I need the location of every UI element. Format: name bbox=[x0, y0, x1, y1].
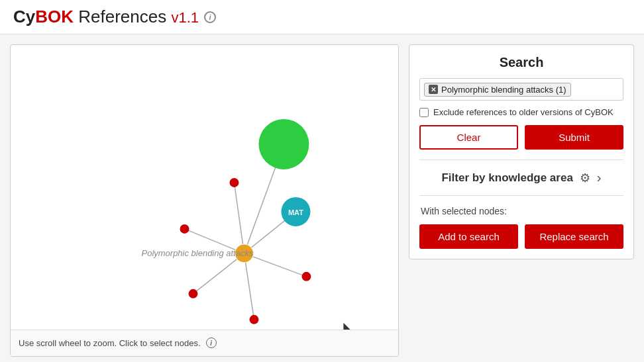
clear-button[interactable]: Clear bbox=[419, 125, 518, 150]
filter-label: Filter by knowledge area bbox=[441, 171, 572, 185]
filter-settings-icon[interactable]: ⚙ bbox=[580, 171, 590, 185]
checkbox-label: Exclude references to older versions of … bbox=[433, 107, 614, 117]
graph-footer: Use scroll wheel to zoom. Click to selec… bbox=[11, 330, 398, 356]
svg-line-5 bbox=[244, 253, 254, 320]
center-node-label: Polymorphic blending attacks bbox=[142, 248, 254, 258]
app-title: CyBOK References v1.1 bbox=[13, 7, 199, 27]
search-tag-text: Polymorphic blending attacks (1) bbox=[441, 85, 566, 95]
mat-label: MAT bbox=[288, 208, 303, 216]
search-tag-row: ✕ Polymorphic blending attacks (1) bbox=[419, 78, 623, 101]
satellite-node-5[interactable] bbox=[229, 178, 239, 187]
satellite-node-1[interactable] bbox=[180, 224, 189, 234]
version-label: v1.1 bbox=[171, 9, 199, 26]
replace-search-button[interactable]: Replace search bbox=[525, 224, 623, 249]
header: CyBOK References v1.1 i bbox=[0, 0, 644, 34]
satellite-node-4[interactable] bbox=[249, 315, 258, 324]
right-panel: Search ✕ Polymorphic blending attacks (1… bbox=[409, 44, 634, 357]
brand-bok: BOK bbox=[35, 7, 74, 26]
svg-line-3 bbox=[244, 253, 306, 277]
graph-info-icon[interactable]: i bbox=[206, 338, 217, 348]
brand-ref: References bbox=[74, 7, 166, 26]
filter-row: Filter by knowledge area ⚙ › bbox=[419, 170, 623, 185]
submit-button[interactable]: Submit bbox=[525, 125, 623, 150]
graph-panel[interactable]: MAT Polymorphic blending attacks Use scr… bbox=[10, 44, 399, 357]
main-content: MAT Polymorphic blending attacks Use scr… bbox=[0, 34, 644, 362]
svg-line-4 bbox=[193, 253, 244, 294]
divider-1 bbox=[419, 159, 623, 160]
svg-line-6 bbox=[234, 183, 244, 253]
exclude-older-checkbox[interactable] bbox=[419, 108, 429, 117]
green-node[interactable] bbox=[258, 119, 309, 169]
graph-footer-text: Use scroll wheel to zoom. Click to selec… bbox=[19, 338, 201, 348]
selected-nodes-label: With selected nodes: bbox=[419, 206, 623, 216]
action-button-row: Add to search Replace search bbox=[419, 224, 623, 249]
brand-cy: Cy bbox=[13, 7, 35, 26]
filter-chevron-icon[interactable]: › bbox=[597, 170, 602, 185]
search-title: Search bbox=[419, 55, 623, 70]
search-tag: ✕ Polymorphic blending attacks (1) bbox=[424, 83, 571, 97]
add-to-search-button[interactable]: Add to search bbox=[419, 224, 518, 249]
search-panel: Search ✕ Polymorphic blending attacks (1… bbox=[409, 44, 634, 259]
clear-submit-row: Clear Submit bbox=[419, 125, 623, 150]
graph-svg[interactable]: MAT Polymorphic blending attacks bbox=[11, 45, 398, 330]
search-tag-close-button[interactable]: ✕ bbox=[429, 85, 438, 94]
header-info-icon[interactable]: i bbox=[204, 11, 216, 23]
divider-2 bbox=[419, 195, 623, 196]
cursor-icon bbox=[343, 323, 350, 330]
satellite-node-3[interactable] bbox=[189, 289, 198, 298]
graph-canvas[interactable]: MAT Polymorphic blending attacks bbox=[11, 45, 398, 330]
satellite-node-2[interactable] bbox=[301, 272, 311, 281]
checkbox-row: Exclude references to older versions of … bbox=[419, 107, 623, 117]
